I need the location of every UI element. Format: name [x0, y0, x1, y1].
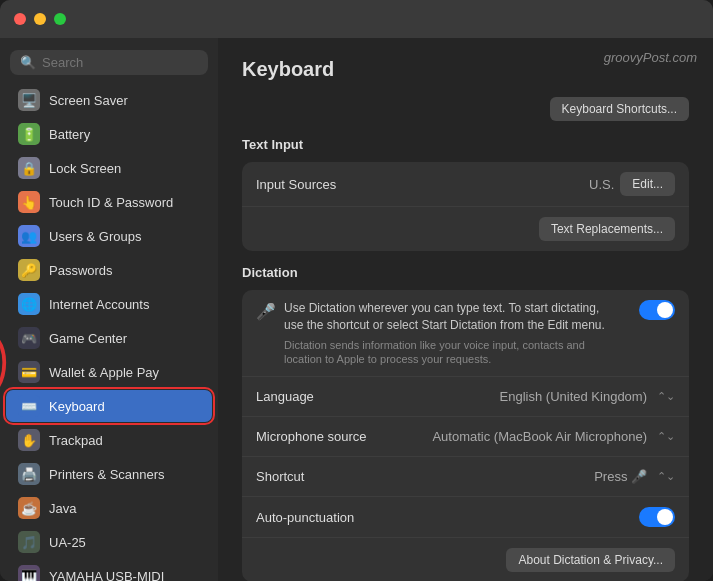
screen-saver-icon: 🖥️	[18, 89, 40, 111]
sidebar-item-touch-id[interactable]: 👆 Touch ID & Password	[6, 186, 212, 218]
internet-accounts-icon: 🌐	[18, 293, 40, 315]
minimize-button[interactable]	[34, 13, 46, 25]
sidebar-item-printers[interactable]: 🖨️ Printers & Scanners	[6, 458, 212, 490]
sidebar-item-lock-screen[interactable]: 🔒 Lock Screen	[6, 152, 212, 184]
shortcut-row: Shortcut Press 🎤 ⌃⌄	[242, 457, 689, 497]
auto-punctuation-label: Auto-punctuation	[256, 510, 639, 525]
sidebar-item-label: Battery	[49, 127, 200, 142]
yamaha-icon: 🎹	[18, 565, 40, 581]
printers-icon: 🖨️	[18, 463, 40, 485]
text-input-group: Input Sources U.S. Edit... Text Replacem…	[242, 162, 689, 251]
sidebar-item-label: Trackpad	[49, 433, 200, 448]
sidebar-item-label: Printers & Scanners	[49, 467, 200, 482]
dictation-toggle-row: 🎤 Use Dictation wherever you can type te…	[242, 290, 689, 377]
sidebar-item-label: Lock Screen	[49, 161, 200, 176]
text-input-section-label: Text Input	[242, 137, 689, 152]
sidebar-item-label: UA-25	[49, 535, 200, 550]
search-input[interactable]	[42, 55, 198, 70]
touch-id-icon: 👆	[18, 191, 40, 213]
content-area: groovyPost.com Keyboard Keyboard Shortcu…	[218, 38, 713, 581]
sidebar-item-label: Game Center	[49, 331, 200, 346]
sidebar-item-internet-accounts[interactable]: 🌐 Internet Accounts	[6, 288, 212, 320]
sidebar-item-trackpad[interactable]: ✋ Trackpad	[6, 424, 212, 456]
about-dictation-row: About Dictation & Privacy...	[242, 538, 689, 581]
about-dictation-button[interactable]: About Dictation & Privacy...	[506, 548, 675, 572]
dictation-group: 🎤 Use Dictation wherever you can type te…	[242, 290, 689, 581]
sidebar-item-label: Passwords	[49, 263, 200, 278]
language-row: Language English (United Kingdom) ⌃⌄	[242, 377, 689, 417]
sidebar-item-battery[interactable]: 🔋 Battery	[6, 118, 212, 150]
sidebar-item-wallet[interactable]: 💳 Wallet & Apple Pay	[6, 356, 212, 388]
system-settings-window: 🔍 🖥️ Screen Saver 🔋 Battery 🔒 Lock Scree…	[0, 0, 713, 581]
sidebar-item-label: YAMAHA USB-MIDI	[49, 569, 200, 582]
passwords-icon: 🔑	[18, 259, 40, 281]
keyboard-icon: ⌨️	[18, 395, 40, 417]
shortcut-value: Press 🎤	[594, 469, 647, 484]
lock-icon: 🔒	[18, 157, 40, 179]
dictation-sub-text: Dictation sends information like your vo…	[284, 338, 621, 367]
dictation-toggle[interactable]	[639, 300, 675, 320]
auto-punctuation-toggle[interactable]	[639, 507, 675, 527]
sidebar-item-keyboard[interactable]: ⌨️ Keyboard	[6, 390, 212, 422]
sidebar-item-label: Keyboard	[49, 399, 200, 414]
wallet-icon: 💳	[18, 361, 40, 383]
titlebar	[0, 0, 713, 38]
main-layout: 🔍 🖥️ Screen Saver 🔋 Battery 🔒 Lock Scree…	[0, 38, 713, 581]
edit-button[interactable]: Edit...	[620, 172, 675, 196]
sidebar-item-screen-saver[interactable]: 🖥️ Screen Saver	[6, 84, 212, 116]
dictation-main-text: Use Dictation wherever you can type text…	[284, 300, 621, 334]
dictation-text-block: Use Dictation wherever you can type text…	[284, 300, 621, 366]
microphone-row: Microphone source Automatic (MacBook Air…	[242, 417, 689, 457]
input-sources-label: Input Sources	[256, 177, 589, 192]
sidebar-item-passwords[interactable]: 🔑 Passwords	[6, 254, 212, 286]
auto-punctuation-row: Auto-punctuation	[242, 497, 689, 538]
search-icon: 🔍	[20, 55, 36, 70]
microphone-chevron-icon: ⌃⌄	[657, 430, 675, 443]
text-replacements-row: Text Replacements...	[242, 207, 689, 251]
sidebar: 🔍 🖥️ Screen Saver 🔋 Battery 🔒 Lock Scree…	[0, 38, 218, 581]
search-box[interactable]: 🔍	[10, 50, 208, 75]
language-value: English (United Kingdom)	[500, 389, 647, 404]
sidebar-item-label: Wallet & Apple Pay	[49, 365, 200, 380]
microphone-value: Automatic (MacBook Air Microphone)	[432, 429, 647, 444]
shortcut-label: Shortcut	[256, 469, 594, 484]
watermark: groovyPost.com	[604, 50, 697, 65]
sidebar-item-label: Internet Accounts	[49, 297, 200, 312]
sidebar-item-label: Users & Groups	[49, 229, 200, 244]
maximize-button[interactable]	[54, 13, 66, 25]
sidebar-item-users-groups[interactable]: 👥 Users & Groups	[6, 220, 212, 252]
input-sources-value: U.S.	[589, 177, 614, 192]
keyboard-shortcuts-row: Keyboard Shortcuts...	[242, 97, 689, 121]
shortcut-chevron-icon: ⌃⌄	[657, 470, 675, 483]
dictation-section-label: Dictation	[242, 265, 689, 280]
users-icon: 👥	[18, 225, 40, 247]
sidebar-item-label: Java	[49, 501, 200, 516]
sidebar-item-java[interactable]: ☕ Java	[6, 492, 212, 524]
input-sources-row: Input Sources U.S. Edit...	[242, 162, 689, 207]
ua25-icon: 🎵	[18, 531, 40, 553]
language-chevron-icon: ⌃⌄	[657, 390, 675, 403]
sidebar-item-ua25[interactable]: 🎵 UA-25	[6, 526, 212, 558]
sidebar-item-label: Screen Saver	[49, 93, 200, 108]
trackpad-icon: ✋	[18, 429, 40, 451]
text-replacements-button[interactable]: Text Replacements...	[539, 217, 675, 241]
game-center-icon: 🎮	[18, 327, 40, 349]
java-icon: ☕	[18, 497, 40, 519]
sidebar-item-label: Touch ID & Password	[49, 195, 200, 210]
microphone-icon: 🎤	[256, 300, 276, 321]
keyboard-shortcuts-button[interactable]: Keyboard Shortcuts...	[550, 97, 689, 121]
sidebar-item-yamaha[interactable]: 🎹 YAMAHA USB-MIDI	[6, 560, 212, 581]
close-button[interactable]	[14, 13, 26, 25]
language-label: Language	[256, 389, 500, 404]
battery-icon: 🔋	[18, 123, 40, 145]
sidebar-item-game-center[interactable]: 🎮 Game Center	[6, 322, 212, 354]
microphone-label: Microphone source	[256, 429, 432, 444]
